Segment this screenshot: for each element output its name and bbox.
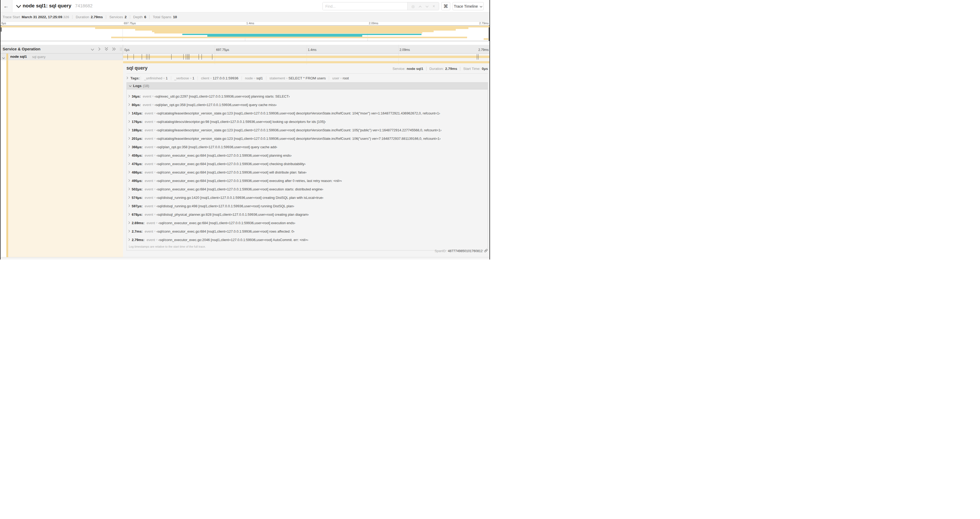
log-entry-row[interactable]: 678μs:event=‹sql/distsql_physical_planne… bbox=[127, 211, 488, 217]
tag-key: statement bbox=[269, 76, 285, 80]
tag-key: _unfinished bbox=[144, 76, 162, 80]
timeline-gridline bbox=[307, 45, 307, 53]
minimap-canvas[interactable] bbox=[0, 25, 490, 41]
span-operation-name: sql query bbox=[32, 55, 46, 59]
span-collapse-chevron-icon[interactable] bbox=[2, 56, 5, 61]
log-event-marker[interactable] bbox=[199, 54, 199, 60]
span-row[interactable]: node sql1 sql query bbox=[0, 54, 490, 60]
link-icon[interactable] bbox=[484, 249, 488, 254]
log-entry-row[interactable]: 495μs:event=‹sql/conn_executor_exec.go:6… bbox=[127, 177, 488, 184]
timeline-gridline bbox=[215, 45, 215, 53]
overview-item-label: Start Time: bbox=[463, 67, 480, 71]
log-event-marker[interactable] bbox=[478, 54, 479, 60]
log-event-marker[interactable] bbox=[146, 54, 146, 60]
log-entry-row[interactable]: 2.7ms:event=‹sql/conn_executor_exec.go:6… bbox=[127, 228, 488, 235]
log-field-name: event bbox=[145, 137, 153, 141]
span-detail-operation: sql query bbox=[126, 65, 148, 71]
log-entry-row[interactable]: 502μs:event=‹sql/conn_executor_exec.go:6… bbox=[127, 186, 488, 192]
page-bottom-strip bbox=[0, 257, 490, 260]
tag-item: client=127.0.0.1:59936 bbox=[197, 76, 242, 80]
log-entry-row[interactable]: 176μs:event=‹sql/catalog/descs/descripto… bbox=[127, 118, 488, 125]
log-event-marker[interactable] bbox=[186, 54, 186, 60]
log-entry-row[interactable]: 574μs:event=‹sql/distsql_running.go:1420… bbox=[127, 194, 488, 201]
summary-item-suffix: .326 bbox=[62, 15, 69, 19]
summary-item: Depth6 bbox=[130, 15, 146, 19]
log-chevron-right-icon bbox=[128, 230, 130, 233]
logs-accordion-header[interactable]: Logs (18) bbox=[127, 83, 488, 89]
log-field-name: event bbox=[145, 204, 153, 208]
column-resize-grip[interactable] bbox=[120, 48, 122, 51]
log-chevron-right-icon bbox=[128, 153, 130, 157]
tag-value: 1 bbox=[192, 76, 194, 80]
tags-label: Tags: bbox=[130, 76, 140, 80]
log-entry-row[interactable]: 2.79ms:event=‹sql/conn_executor_exec.go:… bbox=[127, 236, 488, 243]
logs-label: Logs bbox=[133, 84, 142, 88]
tags-accordion[interactable]: Tags: _unfinished=1_verbose=1client=127.… bbox=[126, 75, 488, 81]
log-entry-row[interactable]: 189μs:event=‹sql/catalog/lease/descripto… bbox=[127, 127, 488, 133]
log-entry-row[interactable]: 476μs:event=‹sql/conn_executor_exec.go:6… bbox=[127, 161, 488, 167]
tag-equals: = bbox=[285, 77, 288, 80]
log-entry-row[interactable]: 366μs:event=‹sql/plan_opt.go:358 [nsql1,… bbox=[127, 144, 488, 150]
span-row-track[interactable] bbox=[123, 54, 490, 60]
log-event-marker[interactable] bbox=[212, 54, 212, 60]
log-field-value: ‹sql/distsql_physical_planner.go:828 [ns… bbox=[156, 212, 309, 217]
find-next-icon[interactable] bbox=[425, 4, 429, 9]
log-event-marker[interactable] bbox=[148, 54, 148, 60]
log-field-name: event bbox=[145, 162, 153, 166]
log-timestamp: 597μs: bbox=[132, 204, 143, 208]
log-entry-row[interactable]: 201μs:event=‹sql/catalog/lease/descripto… bbox=[127, 135, 488, 142]
find-input[interactable] bbox=[323, 2, 407, 10]
log-event-marker[interactable] bbox=[188, 54, 188, 60]
log-entry-row[interactable]: 486μs:event=‹sql/conn_executor_exec.go:6… bbox=[127, 169, 488, 176]
span-duration-bar[interactable] bbox=[123, 56, 490, 58]
span-row-name-cell[interactable]: node sql1 sql query bbox=[0, 54, 123, 60]
log-field-value: ‹sql/conn_executor_exec.go:684 [nsql1,cl… bbox=[156, 153, 292, 157]
find-clear-icon[interactable]: × bbox=[433, 4, 435, 8]
expand-all-icon[interactable] bbox=[112, 47, 116, 52]
tags-chevron-right-icon bbox=[126, 76, 128, 80]
keyboard-shortcuts-button[interactable]: ⌘ bbox=[441, 2, 450, 10]
log-chevron-right-icon bbox=[128, 94, 130, 98]
log-field-value: ‹sql/distsql_running.go:1420 [nsql1,clie… bbox=[156, 196, 323, 200]
log-event-marker[interactable] bbox=[183, 54, 184, 60]
log-field-value: ‹sql/conn_executor_exec.go:684 [nsql1,cl… bbox=[156, 179, 342, 183]
log-timestamp: 486μs: bbox=[132, 170, 143, 174]
locate-icon[interactable]: ◎ bbox=[412, 5, 415, 8]
log-equals: = bbox=[153, 212, 156, 216]
timeline-tick-label: 697.75μs bbox=[216, 48, 229, 52]
log-entry-row[interactable]: 459μs:event=‹sql/conn_executor_exec.go:6… bbox=[127, 152, 488, 158]
view-options-button[interactable]: Trace Timeline bbox=[453, 2, 484, 10]
log-entry-row[interactable]: 142μs:event=‹sql/catalog/lease/descripto… bbox=[127, 110, 488, 116]
summary-item: Total Spans10 bbox=[150, 15, 177, 19]
log-event-marker[interactable] bbox=[134, 54, 134, 60]
log-event-marker[interactable] bbox=[127, 54, 128, 60]
expand-one-icon[interactable] bbox=[98, 47, 101, 52]
log-entry-row[interactable]: 80μs:event=‹sql/plan_opt.go:358 [nsql1,c… bbox=[127, 102, 488, 108]
log-entry-row[interactable]: 34μs:event=‹sql/exec_util.go:2297 [nsql1… bbox=[127, 93, 488, 99]
log-chevron-right-icon bbox=[128, 187, 130, 191]
collapse-one-icon[interactable] bbox=[91, 47, 94, 52]
log-chevron-right-icon bbox=[128, 111, 130, 115]
tag-item: _verbose=1 bbox=[171, 76, 197, 80]
tag-item: user=root bbox=[329, 76, 352, 80]
log-event-marker[interactable] bbox=[189, 54, 189, 60]
log-event-marker[interactable] bbox=[477, 54, 477, 60]
log-field-value: ‹sql/plan_opt.go:358 [nsql1,client=127.0… bbox=[154, 103, 277, 107]
summary-item-label: Total Spans bbox=[153, 15, 172, 19]
log-field-value: ‹sql/conn_executor_exec.go:684 [nsql1,cl… bbox=[156, 162, 305, 166]
log-event-marker[interactable] bbox=[171, 54, 172, 60]
trace-title: node sql1: sql query bbox=[23, 3, 72, 9]
collapse-trace-chevron-icon[interactable] bbox=[16, 5, 21, 9]
log-entry-row[interactable]: 2.69ms:event=‹sql/conn_executor_exec.go:… bbox=[127, 220, 488, 226]
span-id-row: SpanID: 4877749850101760812 bbox=[435, 249, 488, 254]
log-chevron-right-icon bbox=[128, 128, 130, 132]
back-button[interactable]: ← bbox=[0, 0, 13, 12]
log-equals: = bbox=[151, 103, 154, 107]
log-field-name: event bbox=[146, 238, 155, 242]
log-field-name: event bbox=[145, 230, 153, 233]
overview-item-value: node sql1 bbox=[407, 67, 423, 71]
find-prev-icon[interactable] bbox=[418, 4, 422, 9]
detail-span-bar-strip bbox=[123, 60, 490, 64]
log-entry-row[interactable]: 597μs:event=‹sql/distsql_running.go:498 … bbox=[127, 203, 488, 209]
collapse-all-icon[interactable] bbox=[105, 47, 108, 52]
